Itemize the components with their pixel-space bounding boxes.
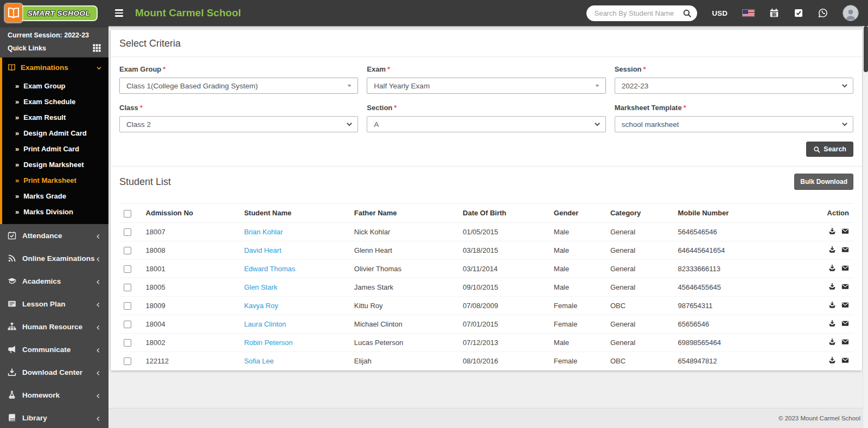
sidebar-item-marks-division[interactable]: »Marks Division — [2, 204, 108, 220]
search-button[interactable]: Search — [806, 142, 853, 157]
sidebar-group-library[interactable]: Library — [0, 406, 108, 428]
email-marksheet-icon[interactable] — [841, 320, 849, 327]
language-flag-icon[interactable] — [742, 9, 755, 17]
row-checkbox[interactable] — [124, 228, 131, 236]
sidebar-group-online-examinations[interactable]: Online Examinations — [0, 247, 108, 270]
chevron-left-icon — [95, 301, 101, 306]
student-name-link[interactable]: Laura Clinton — [244, 320, 286, 328]
download-marksheet-icon[interactable] — [828, 227, 836, 235]
gender-cell: Female — [550, 352, 606, 370]
student-name-link[interactable]: Robin Peterson — [244, 338, 293, 347]
page-scrollbar[interactable] — [863, 26, 868, 428]
row-checkbox[interactable] — [124, 357, 131, 365]
email-marksheet-icon[interactable] — [841, 301, 849, 309]
chevron-left-icon — [95, 347, 101, 352]
sidebar-group-attendance[interactable]: Attendance — [0, 224, 108, 247]
row-checkbox[interactable] — [124, 302, 131, 310]
currency-selector[interactable]: USD — [712, 9, 727, 17]
logo-text: SMART SCHOOL — [19, 5, 98, 21]
download-marksheet-icon[interactable] — [828, 338, 836, 346]
mobile-cell: 45646455645 — [673, 278, 812, 296]
whatsapp-icon[interactable] — [818, 8, 828, 18]
app-logo[interactable]: SMART SCHOOL — [0, 0, 108, 26]
required-asterisk: * — [394, 104, 397, 112]
selected-value: Class 2 — [126, 120, 151, 129]
field-label: Session* — [615, 65, 853, 73]
download-marksheet-icon[interactable] — [828, 246, 836, 253]
sidebar-item-exam-result[interactable]: »Exam Result — [2, 110, 108, 125]
field-label: Exam Group* — [119, 65, 358, 73]
sidebar-group-label: Attendance — [22, 232, 62, 240]
sidebar-group-academics[interactable]: Academics — [0, 270, 108, 292]
download-marksheet-icon[interactable] — [828, 283, 836, 290]
sidebar-group-lesson-plan[interactable]: Lesson Plan — [0, 292, 108, 315]
download-marksheet-icon[interactable] — [828, 301, 836, 309]
student-name-link[interactable]: Kavya Roy — [244, 302, 278, 310]
session-select[interactable]: 2022-23 — [615, 78, 853, 94]
triangle-down-icon — [594, 82, 601, 89]
sidebar-item-exam-group[interactable]: »Exam Group — [2, 78, 108, 94]
sidebar-item-design-marksheet[interactable]: »Design Marksheet — [2, 157, 108, 173]
bulk-download-button[interactable]: Bulk Download — [794, 174, 853, 190]
exam-group-select[interactable]: Class 1(College Based Grading System) — [119, 78, 358, 94]
sidebar-group-homework[interactable]: Homework — [0, 384, 108, 406]
admission-no-cell: 18007 — [142, 222, 240, 241]
email-marksheet-icon[interactable] — [841, 227, 849, 235]
sidebar-group-download-center[interactable]: Download Center — [0, 361, 108, 384]
sidebar-group-human-resource[interactable]: Human Resource — [0, 315, 108, 338]
row-checkbox[interactable] — [124, 339, 131, 347]
select-all-checkbox[interactable] — [124, 210, 131, 218]
email-marksheet-icon[interactable] — [841, 246, 849, 253]
newspaper-icon — [8, 299, 16, 308]
grid-icon[interactable] — [93, 44, 101, 52]
todo-check-icon[interactable] — [794, 8, 803, 18]
email-marksheet-icon[interactable] — [841, 264, 849, 272]
menu-toggle-icon[interactable] — [115, 9, 123, 17]
quick-links-label: Quick Links — [8, 44, 46, 52]
sidebar-item-label: Design Admit Card — [23, 129, 87, 137]
download-marksheet-icon[interactable] — [828, 356, 836, 364]
sidebar-group-label: Lesson Plan — [22, 300, 66, 308]
selected-value: 2022-23 — [622, 82, 649, 90]
row-checkbox[interactable] — [124, 265, 131, 273]
row-checkbox[interactable] — [124, 321, 131, 328]
section-select[interactable]: A — [367, 116, 605, 132]
dob-cell: 03/18/2015 — [458, 241, 550, 259]
sidebar-item-print-admit-card[interactable]: »Print Admit Card — [2, 141, 108, 157]
main-content: Select Criteria Exam Group*Class 1(Colle… — [108, 26, 868, 428]
student-table: Admission NoStudent NameFather NameDate … — [119, 203, 853, 370]
field-exam-group: Exam Group*Class 1(College Based Grading… — [119, 65, 358, 94]
download-marksheet-icon[interactable] — [828, 264, 836, 272]
email-marksheet-icon[interactable] — [841, 356, 849, 364]
user-avatar[interactable] — [843, 5, 859, 21]
selected-value: A — [374, 120, 379, 129]
select-criteria-title: Select Criteria — [111, 30, 862, 57]
student-name-link[interactable]: Glen Stark — [244, 283, 277, 291]
sidebar-item-exam-schedule[interactable]: »Exam Schedule — [2, 94, 108, 110]
chevron-down-icon — [841, 121, 848, 127]
sidebar-item-design-admit-card[interactable]: »Design Admit Card — [2, 125, 108, 141]
sidebar-group-communicate[interactable]: Communicate — [0, 338, 108, 361]
marksheet-template-select[interactable]: school marksheet — [615, 116, 853, 132]
exam-select[interactable]: Half Yearly Exam — [367, 78, 605, 94]
category-cell: General — [606, 241, 673, 259]
sidebar-item-label: Exam Group — [23, 82, 65, 90]
row-checkbox[interactable] — [124, 247, 131, 254]
row-checkbox[interactable] — [124, 284, 131, 291]
scrollbar-thumb[interactable] — [864, 26, 868, 72]
student-name-link[interactable]: Sofia Lee — [244, 357, 274, 365]
student-name-link[interactable]: David Heart — [244, 246, 282, 254]
sidebar-group-examinations[interactable]: Examinations — [2, 58, 108, 77]
search-icon[interactable] — [682, 9, 692, 18]
download-marksheet-icon[interactable] — [828, 320, 836, 327]
search-input[interactable] — [589, 9, 682, 17]
field-label: Marksheet Template* — [615, 104, 853, 112]
sidebar-item-marks-grade[interactable]: »Marks Grade — [2, 188, 108, 204]
student-name-link[interactable]: Edward Thomas — [244, 265, 295, 273]
sidebar-item-print-marksheet[interactable]: »Print Marksheet — [2, 173, 108, 188]
email-marksheet-icon[interactable] — [841, 338, 849, 346]
calendar-icon[interactable] — [769, 8, 779, 18]
student-name-link[interactable]: Brian Kohlar — [244, 228, 283, 236]
class-select[interactable]: Class 2 — [119, 116, 358, 132]
email-marksheet-icon[interactable] — [841, 283, 849, 290]
